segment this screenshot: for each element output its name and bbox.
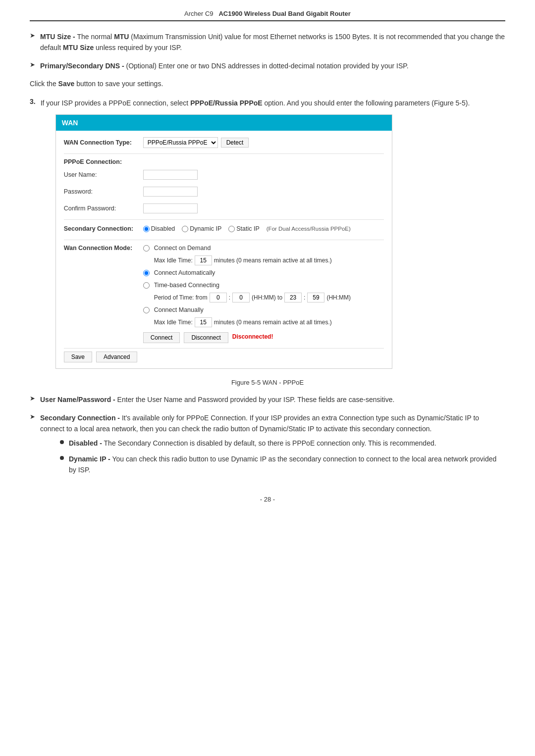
sub-bullet-dot-dynamic bbox=[60, 456, 64, 460]
mtu-bold: MTU Size - bbox=[40, 33, 75, 41]
wan-box: WAN WAN Connection Type: PPPoE/Russia PP… bbox=[55, 114, 392, 369]
connect-button[interactable]: Connect bbox=[143, 332, 180, 343]
wan-mode-row-header: Wan Connection Mode: Connect on Demand M… bbox=[64, 243, 384, 343]
radio-static-ip[interactable]: Static IP bbox=[228, 224, 260, 234]
secondary-content: Secondary Connection - It's available on… bbox=[40, 412, 505, 481]
wan-save-button[interactable]: Save bbox=[64, 352, 92, 362]
mode-on-demand-sub: Max Idle Time: minutes (0 means remain a… bbox=[154, 255, 351, 265]
up-bold: User Name/Password - bbox=[40, 396, 115, 403]
save-instruction: Click the Save button to save your setti… bbox=[30, 78, 505, 89]
wan-mode-options: Connect on Demand Max Idle Time: minutes… bbox=[143, 243, 351, 343]
secondary-bullet: ➤ Secondary Connection - It's available … bbox=[30, 412, 505, 481]
secondary-connection-options: Disabled Dynamic IP Static IP (For Dual … bbox=[143, 224, 351, 234]
model-name: AC1900 Wireless Dual Band Gigabit Router bbox=[218, 10, 350, 17]
item-number: 3. bbox=[30, 98, 36, 372]
numbered-content: If your ISP provides a PPPoE connection,… bbox=[41, 98, 470, 372]
mode-connect-manually-label: Connect Manually bbox=[154, 305, 204, 315]
bullet-arrow-dns: ➤ bbox=[30, 61, 35, 68]
manually-max-idle-input[interactable] bbox=[195, 317, 212, 327]
confirm-password-input[interactable] bbox=[143, 203, 198, 213]
radio-static-ip-input[interactable] bbox=[228, 226, 235, 232]
page-footer: - 28 - bbox=[30, 496, 505, 503]
password-input[interactable] bbox=[143, 187, 198, 197]
wan-title: WAN bbox=[56, 115, 392, 131]
wan-save-advanced: Save Advanced bbox=[64, 352, 384, 362]
bullet-arrow-up: ➤ bbox=[30, 395, 35, 402]
wan-body: WAN Connection Type: PPPoE/Russia PPPoE … bbox=[56, 131, 392, 368]
wan-divider-4 bbox=[64, 348, 384, 349]
wan-advanced-button[interactable]: Advanced bbox=[96, 352, 137, 362]
page-number: - 28 - bbox=[260, 496, 275, 503]
dns-bold: Primary/Secondary DNS - bbox=[40, 62, 124, 70]
user-name-input[interactable] bbox=[143, 170, 198, 180]
sub-disabled-content: Disabled - The Secondary Connection is d… bbox=[69, 438, 436, 449]
wan-mode-label: Wan Connection Mode: bbox=[64, 243, 143, 253]
time-to-hh[interactable] bbox=[284, 293, 302, 302]
radio-disabled[interactable]: Disabled bbox=[143, 224, 175, 234]
disconnected-status: Disconnected! bbox=[232, 332, 273, 343]
mode-time-based-sub: Period of Time: from : (HH:MM) to : (HH:… bbox=[154, 293, 351, 302]
radio-disabled-label: Disabled bbox=[151, 224, 175, 234]
wan-divider-1 bbox=[64, 153, 384, 154]
mtu-bold2: MTU bbox=[114, 33, 129, 41]
brand-name: Archer C9 bbox=[184, 10, 214, 17]
dns-bullet: ➤ Primary/Secondary DNS - (Optional) Ent… bbox=[30, 60, 505, 71]
mode-time-based: Time-based Connecting bbox=[143, 280, 351, 290]
mode-connect-on-demand-label: Connect on Demand bbox=[154, 243, 211, 253]
bullet-arrow-mtu: ➤ bbox=[30, 32, 35, 39]
wan-divider-3 bbox=[64, 240, 384, 240]
radio-connect-manually[interactable] bbox=[143, 307, 150, 313]
wan-divider-2 bbox=[64, 219, 384, 220]
mode-connect-automatically: Connect Automatically bbox=[143, 268, 351, 278]
confirm-password-row: Confirm Password: bbox=[64, 202, 384, 214]
password-label: Password: bbox=[64, 187, 143, 197]
save-bold: Save bbox=[58, 80, 75, 88]
time-to-mm[interactable] bbox=[307, 293, 324, 302]
bullet-arrow-sc: ➤ bbox=[30, 413, 35, 420]
wan-connection-type-row: WAN Connection Type: PPPoE/Russia PPPoE … bbox=[64, 137, 384, 149]
radio-dynamic-ip-label: Dynamic IP bbox=[190, 224, 221, 234]
disconnect-button[interactable]: Disconnect bbox=[184, 332, 228, 343]
sub-dynamic-ip-content: Dynamic IP - You can check this radio bu… bbox=[69, 454, 505, 476]
on-demand-max-idle-input[interactable] bbox=[195, 255, 212, 265]
radio-connect-automatically[interactable] bbox=[143, 270, 150, 276]
secondary-connection-label: Secondary Connection: bbox=[64, 224, 143, 234]
time-from-hh[interactable] bbox=[210, 293, 227, 302]
radio-time-based[interactable] bbox=[143, 282, 150, 289]
wan-connection-type-label: WAN Connection Type: bbox=[64, 138, 143, 148]
dns-content: Primary/Secondary DNS - (Optional) Enter… bbox=[40, 60, 409, 71]
page-header: Archer C9 AC1900 Wireless Dual Band Giga… bbox=[30, 10, 505, 21]
sub-bullet-dot-disabled bbox=[60, 440, 64, 444]
mode-manually-sub: Max Idle Time: minutes (0 means remain a… bbox=[154, 317, 351, 327]
wan-action-buttons: Connect Disconnect Disconnected! bbox=[143, 332, 351, 343]
password-row: Password: bbox=[64, 186, 384, 198]
mode-connect-manually: Connect Manually bbox=[143, 305, 351, 315]
username-password-bullet: ➤ User Name/Password - Enter the User Na… bbox=[30, 394, 505, 405]
confirm-password-label: Confirm Password: bbox=[64, 203, 143, 213]
secondary-note: (For Dual Access/Russia PPPoE) bbox=[267, 224, 351, 233]
detect-button[interactable]: Detect bbox=[221, 138, 249, 148]
radio-dynamic-ip[interactable]: Dynamic IP bbox=[182, 224, 221, 234]
figure-caption: Figure 5-5 WAN - PPPoE bbox=[30, 379, 505, 386]
numbered-item-3: 3. If your ISP provides a PPPoE connecti… bbox=[30, 98, 505, 372]
mtu-content: MTU Size - The normal MTU (Maximum Trans… bbox=[40, 31, 505, 53]
radio-connect-on-demand[interactable] bbox=[143, 245, 150, 252]
sub-dynamic-ip-bold: Dynamic IP - bbox=[69, 455, 110, 463]
mode-time-based-label: Time-based Connecting bbox=[154, 280, 219, 290]
radio-disabled-input[interactable] bbox=[143, 226, 150, 232]
mode-connect-on-demand: Connect on Demand bbox=[143, 243, 351, 253]
pppoe-section-label: PPPoE Connection: bbox=[64, 157, 384, 167]
user-name-label: User Name: bbox=[64, 170, 143, 180]
mtu-bullet: ➤ MTU Size - The normal MTU (Maximum Tra… bbox=[30, 31, 505, 53]
time-from-mm[interactable] bbox=[232, 293, 250, 302]
sub-dynamic-ip: Dynamic IP - You can check this radio bu… bbox=[60, 454, 505, 476]
sub-disabled-bold: Disabled - bbox=[69, 439, 102, 447]
username-password-content: User Name/Password - Enter the User Name… bbox=[40, 394, 394, 405]
radio-static-ip-label: Static IP bbox=[236, 224, 260, 234]
user-name-row: User Name: bbox=[64, 169, 384, 181]
radio-dynamic-ip-input[interactable] bbox=[182, 226, 188, 232]
wan-connection-type-select[interactable]: PPPoE/Russia PPPoE bbox=[143, 137, 218, 148]
sub-disabled: Disabled - The Secondary Connection is d… bbox=[60, 438, 505, 449]
mode-connect-automatically-label: Connect Automatically bbox=[154, 268, 215, 278]
wan-connection-type-value: PPPoE/Russia PPPoE Detect bbox=[143, 137, 249, 148]
